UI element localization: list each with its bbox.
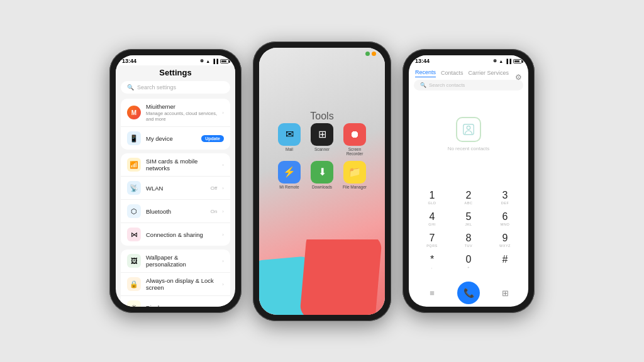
dial-key-8[interactable]: 8 TUV xyxy=(457,231,480,250)
shape-red xyxy=(299,239,382,315)
wlan-icon: 📡 xyxy=(127,181,141,195)
sim-chevron: › xyxy=(222,162,224,168)
app-screen-recorder[interactable]: ⏺ Screen Recorder xyxy=(341,123,369,156)
wlan-chevron: › xyxy=(222,185,224,191)
dial-num-9: 9 xyxy=(502,233,508,243)
dial-key-4[interactable]: 4 GHI xyxy=(420,210,444,229)
keypad-button[interactable]: ⊞ xyxy=(494,282,516,304)
connection-item[interactable]: ⋈ Connection & sharing › xyxy=(121,223,230,246)
dialer-screen: 13:44 ⊛ ▲ ▐▐ ⚙ Recents Contacts Carrier … xyxy=(409,55,528,307)
dial-key-star[interactable]: * , xyxy=(420,253,444,272)
dial-row-3: 7 PQRS 8 TUV 9 WXYZ xyxy=(414,231,523,250)
no-contacts-text: No recent contacts xyxy=(448,146,490,151)
dialer-signal-icon: ▲ xyxy=(499,59,503,63)
app-mi-remote[interactable]: ⚡ Mi Remote xyxy=(275,161,303,189)
wlan-text: WLAN xyxy=(146,185,206,192)
dialer-wifi-icon: ▐▐ xyxy=(505,59,511,63)
dial-sub-6: MNO xyxy=(501,222,509,227)
dial-key-5[interactable]: 5 JKL xyxy=(457,210,480,229)
settings-search-bar[interactable]: 🔍 Search settings xyxy=(121,81,230,94)
bluetooth-chevron: › xyxy=(222,209,224,214)
personalization-section: 🖼 Wallpaper & personalization › 🔒 Always… xyxy=(116,250,235,307)
settings-title: Settings xyxy=(116,65,235,81)
dial-pad: 1 GLD 2 ABC 3 DEF 4 GHI xyxy=(409,186,528,279)
wallpaper-icon: 🖼 xyxy=(127,254,141,268)
dial-key-2[interactable]: 2 ABC xyxy=(457,189,480,207)
aod-text: Always-on display & Lock screen xyxy=(146,277,217,291)
tab-carrier-services[interactable]: Carrier Services xyxy=(469,70,509,77)
sim-item[interactable]: 📶 SIM cards & mobile networks › xyxy=(121,153,230,177)
mail-icon: ✉ xyxy=(278,123,301,146)
app-downloads[interactable]: ⬇ Downloads xyxy=(308,161,336,189)
call-button[interactable]: 📞 xyxy=(457,282,480,304)
dial-num-8: 8 xyxy=(466,233,472,243)
wallpaper-item[interactable]: 🖼 Wallpaper & personalization › xyxy=(121,250,230,273)
settings-screen: 13:44 ⊛ ▲ ▐▐ Settings 🔍 Search settings … xyxy=(116,55,235,307)
dial-key-hash[interactable]: # xyxy=(493,253,517,272)
screen-recorder-icon: ⏺ xyxy=(343,123,366,146)
display-label: Display xyxy=(146,304,217,307)
status-icons-settings: ⊛ ▲ ▐▐ xyxy=(200,58,229,63)
keypad-icon: ⊞ xyxy=(502,288,509,298)
dial-row-1: 1 GLD 2 ABC 3 DEF xyxy=(414,189,523,207)
app-scanner[interactable]: ⊞ Scanner xyxy=(308,123,336,156)
dial-key-3[interactable]: 3 DEF xyxy=(493,189,517,207)
mi-remote-icon: ⚡ xyxy=(278,161,301,184)
screen-recorder-label: Screen Recorder xyxy=(341,147,369,156)
display-icon: ☀ xyxy=(127,300,141,307)
dialer-battery-icon xyxy=(513,59,522,63)
app-file-manager[interactable]: 📁 File Manager xyxy=(341,161,369,189)
display-item[interactable]: ☀ Display › xyxy=(121,296,230,307)
app-mail[interactable]: ✉ Mail xyxy=(275,123,303,156)
signal-icon: ▲ xyxy=(206,59,210,63)
home-status-icons xyxy=(365,52,376,56)
account-label: Miuithemer xyxy=(146,103,217,110)
aod-icon: 🔒 xyxy=(127,277,141,291)
aod-item[interactable]: 🔒 Always-on display & Lock screen › xyxy=(121,273,230,296)
account-item[interactable]: M Miuithemer Manage accounts, cloud serv… xyxy=(121,99,230,127)
dial-key-0[interactable]: 0 + xyxy=(457,253,480,272)
file-manager-icon: 📁 xyxy=(343,161,366,184)
dial-num-4: 4 xyxy=(430,212,435,222)
personalization-card: 🖼 Wallpaper & personalization › 🔒 Always… xyxy=(121,250,230,307)
account-chevron: › xyxy=(222,110,224,116)
update-badge[interactable]: Update xyxy=(201,135,224,142)
device-text: My device xyxy=(146,135,196,142)
dialer-tabs: Recents Contacts Carrier Services xyxy=(409,65,528,80)
home-dot-orange xyxy=(372,52,376,56)
dial-num-star: * xyxy=(430,255,434,265)
bluetooth-item[interactable]: ⬡ Bluetooth On › xyxy=(121,200,230,223)
tab-contacts[interactable]: Contacts xyxy=(441,70,464,77)
device-item[interactable]: 📱 My device Update xyxy=(121,127,230,150)
time-settings: 13:44 xyxy=(122,58,136,64)
dial-sub-8: TUV xyxy=(465,244,473,248)
tab-recents[interactable]: Recents xyxy=(415,69,436,77)
svg-point-1 xyxy=(467,126,470,129)
dial-num-7: 7 xyxy=(430,233,435,243)
search-placeholder: Search settings xyxy=(137,84,176,90)
connection-label: Connection & sharing xyxy=(146,231,217,238)
folder-label: Tools xyxy=(310,111,333,122)
dial-key-1[interactable]: 1 GLD xyxy=(420,189,444,207)
dial-sub-2: ABC xyxy=(465,201,473,206)
bluetooth-label: Bluetooth xyxy=(146,208,206,215)
dial-bottom-actions: ≡ 📞 ⊞ xyxy=(409,279,528,307)
dial-key-9[interactable]: 9 WXYZ xyxy=(493,231,517,250)
file-manager-label: File Manager xyxy=(343,185,367,189)
wlan-item[interactable]: 📡 WLAN Off › xyxy=(121,177,230,200)
dial-key-6[interactable]: 6 MNO xyxy=(493,210,517,229)
settings-gear-icon[interactable]: ⚙ xyxy=(515,73,522,82)
home-notch-dots xyxy=(365,52,376,56)
display-chevron: › xyxy=(222,305,224,307)
dialer-status-icons: ⊛ ▲ ▐▐ xyxy=(493,58,522,63)
dial-sub-3: DEF xyxy=(501,201,509,206)
status-bar-settings: 13:44 ⊛ ▲ ▐▐ xyxy=(116,55,235,65)
dial-key-7[interactable]: 7 PQRS xyxy=(420,231,444,250)
contacts-search-bar[interactable]: 🔍 Search contacts xyxy=(414,80,523,90)
voicemail-button[interactable]: ≡ xyxy=(421,282,443,304)
dial-row-4: * , 0 + # xyxy=(414,253,523,272)
home-status-bar xyxy=(259,48,385,57)
device-label: My device xyxy=(146,135,196,142)
search-icon: 🔍 xyxy=(127,84,134,90)
bluetooth-status-icon: ⊛ xyxy=(200,58,204,63)
